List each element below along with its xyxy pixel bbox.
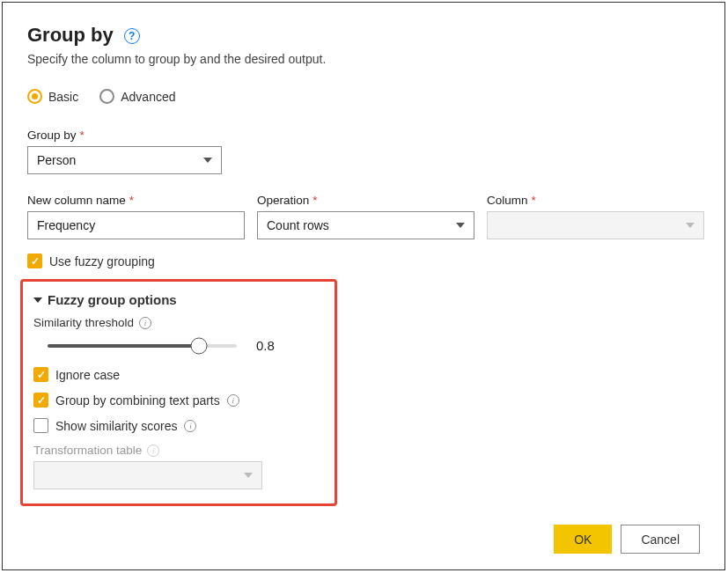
group-by-dialog: Group by ? Specify the column to group b… — [2, 2, 725, 570]
mode-basic-radio[interactable]: Basic — [27, 89, 78, 104]
group-by-select[interactable]: Person — [27, 146, 222, 174]
fuzzy-options-highlight: Fuzzy group options Similarity threshold… — [20, 279, 337, 506]
column-select — [487, 211, 704, 239]
info-icon: i — [147, 444, 159, 457]
operation-label: Operation — [257, 194, 309, 207]
cancel-button-label: Cancel — [641, 533, 680, 547]
fuzzy-options-label: Fuzzy group options — [48, 292, 177, 307]
chevron-down-icon — [456, 223, 465, 228]
radio-icon — [99, 89, 114, 104]
group-by-value: Person — [37, 153, 76, 167]
show-scores-label: Show similarity scores — [55, 419, 177, 433]
chevron-down-icon — [33, 298, 42, 303]
combine-text-checkbox[interactable]: ✓ — [33, 393, 48, 408]
new-column-name-input[interactable]: Frequency — [27, 211, 245, 239]
info-icon[interactable]: i — [184, 420, 196, 432]
required-asterisk: * — [129, 194, 134, 207]
use-fuzzy-label: Use fuzzy grouping — [49, 254, 155, 268]
ok-button-label: OK — [574, 533, 592, 547]
column-label: Column — [487, 194, 528, 207]
mode-advanced-label: Advanced — [121, 90, 175, 104]
combine-text-label: Group by combining text parts — [55, 393, 220, 408]
required-asterisk: * — [313, 194, 317, 207]
group-by-label: Group by — [27, 129, 77, 142]
dialog-title: Group by — [27, 24, 114, 47]
ignore-case-checkbox[interactable]: ✓ — [33, 367, 48, 382]
slider-thumb[interactable] — [191, 337, 208, 354]
chevron-down-icon — [244, 473, 253, 478]
checkmark-icon: ✓ — [37, 395, 46, 406]
checkmark-icon: ✓ — [31, 256, 40, 267]
mode-advanced-radio[interactable]: Advanced — [99, 89, 175, 104]
checkmark-icon: ✓ — [37, 370, 46, 380]
required-asterisk: * — [80, 129, 85, 142]
info-icon[interactable]: i — [227, 394, 239, 407]
similarity-threshold-slider[interactable] — [48, 344, 237, 348]
help-icon[interactable]: ? — [124, 28, 140, 44]
similarity-threshold-label: Similarity threshold — [33, 316, 134, 329]
info-icon[interactable]: i — [139, 317, 151, 329]
ignore-case-label: Ignore case — [55, 368, 120, 382]
show-scores-checkbox[interactable] — [33, 418, 48, 433]
radio-icon — [27, 89, 42, 104]
new-column-label: New column name — [27, 194, 126, 207]
fuzzy-options-toggle[interactable]: Fuzzy group options — [33, 292, 324, 307]
chevron-down-icon — [203, 158, 212, 163]
slider-fill — [48, 344, 199, 348]
operation-value: Count rows — [267, 218, 329, 232]
use-fuzzy-checkbox[interactable]: ✓ — [27, 253, 42, 268]
similarity-threshold-value: 0.8 — [256, 338, 275, 353]
dialog-subtitle: Specify the column to group by and the d… — [27, 52, 700, 66]
transformation-table-label: Transformation table — [33, 444, 142, 457]
ok-button[interactable]: OK — [554, 525, 612, 554]
required-asterisk: * — [532, 194, 536, 207]
cancel-button[interactable]: Cancel — [621, 525, 700, 554]
mode-basic-label: Basic — [48, 90, 78, 104]
new-column-value: Frequency — [37, 218, 95, 232]
transformation-table-select — [33, 461, 262, 489]
operation-select[interactable]: Count rows — [257, 211, 474, 239]
chevron-down-icon — [686, 223, 695, 228]
